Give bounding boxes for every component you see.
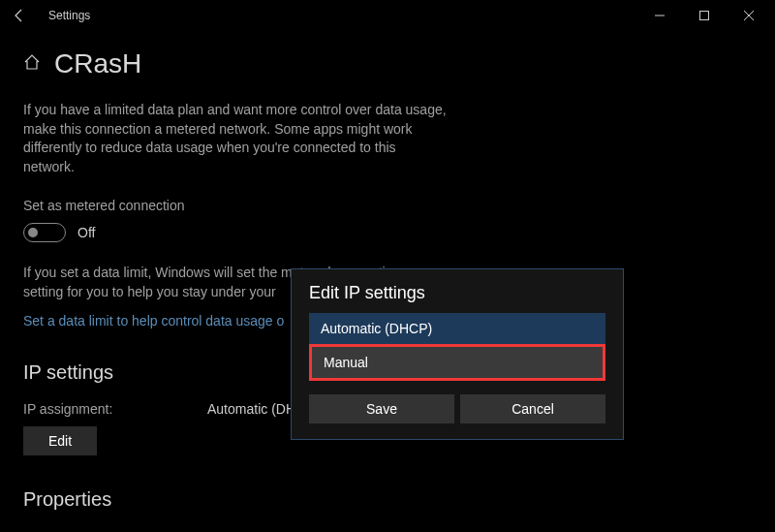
minimize-icon <box>655 11 665 20</box>
dialog-buttons: Save Cancel <box>309 394 605 423</box>
option-automatic[interactable]: Automatic (DHCP) <box>309 313 605 344</box>
toggle-state: Off <box>78 225 95 240</box>
back-button[interactable] <box>4 0 35 31</box>
toggle-label: Set as metered connection <box>23 198 752 213</box>
data-limit-link[interactable]: Set a data limit to help control data us… <box>23 313 284 329</box>
toggle-knob <box>28 228 38 237</box>
minimize-button[interactable] <box>637 0 682 31</box>
description-text: If you have a limited data plan and want… <box>23 101 450 176</box>
cancel-button[interactable]: Cancel <box>460 394 605 423</box>
arrow-left-icon <box>12 8 27 23</box>
page-title: CRasH <box>54 48 141 79</box>
home-icon <box>23 53 41 75</box>
save-button[interactable]: Save <box>309 394 454 423</box>
close-icon <box>744 11 754 20</box>
option-manual[interactable]: Manual <box>309 344 605 381</box>
titlebar: Settings <box>0 0 775 31</box>
ip-assignment-label: IP assignment: <box>23 401 207 417</box>
ip-mode-select[interactable]: Automatic (DHCP) Manual <box>309 313 605 381</box>
properties-heading: Properties <box>23 488 752 511</box>
maximize-button[interactable] <box>682 0 727 31</box>
edit-button[interactable]: Edit <box>23 426 97 455</box>
svg-rect-1 <box>700 12 709 20</box>
page-header: CRasH <box>23 48 752 79</box>
window-controls <box>637 0 771 31</box>
dialog-title: Edit IP settings <box>309 283 605 303</box>
close-button[interactable] <box>727 0 771 31</box>
maximize-icon <box>699 11 709 20</box>
toggle-row: Off <box>23 223 752 242</box>
edit-ip-dialog: Edit IP settings Automatic (DHCP) Manual… <box>291 268 624 440</box>
metered-toggle[interactable] <box>23 223 66 242</box>
app-title: Settings <box>48 9 90 22</box>
